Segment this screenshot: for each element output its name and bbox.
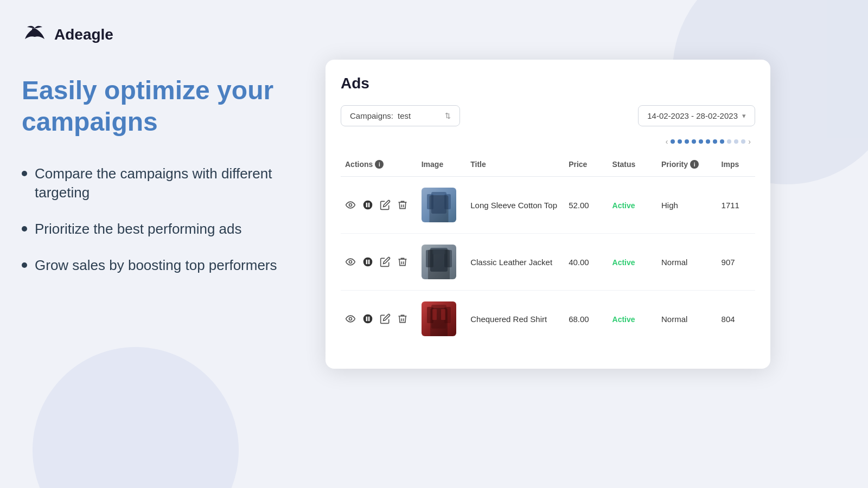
svg-rect-22 xyxy=(427,307,433,323)
col-header-actions: Actions i xyxy=(341,155,417,177)
delete-icon[interactable] xyxy=(397,200,408,210)
row-price-cell: 40.00 xyxy=(564,234,608,291)
edit-icon[interactable] xyxy=(380,256,391,267)
date-range-value: 14-02-2023 - 28-02-2023 xyxy=(647,111,738,120)
row-status-cell: Active xyxy=(608,291,657,348)
bullet-text-3: Grow sales by boosting top performers xyxy=(35,256,277,275)
svg-point-9 xyxy=(349,261,352,264)
svg-rect-3 xyxy=(366,203,368,207)
svg-rect-19 xyxy=(366,317,368,321)
row-imps-cell: 1711 xyxy=(717,177,755,234)
ads-card: Ads Campaigns: test ⇅ 14-02-2023 - 28-02… xyxy=(326,60,770,369)
row-price-cell: 52.00 xyxy=(564,177,608,234)
product-image xyxy=(422,188,456,222)
svg-rect-11 xyxy=(366,260,368,264)
table-row: Chequered Red Shirt 68.00 Active Normal … xyxy=(341,291,755,348)
svg-point-8 xyxy=(435,194,443,199)
ads-title: Ads xyxy=(341,75,755,92)
pagination-dot[interactable] xyxy=(692,139,696,144)
pagination-dot-inactive[interactable] xyxy=(734,139,738,144)
priority-info-icon[interactable]: i xyxy=(690,160,699,169)
pagination-bar: ‹ › xyxy=(341,137,755,146)
delete-icon[interactable] xyxy=(397,256,408,267)
row-image-cell xyxy=(417,291,466,348)
bullet-text-1: Compare the campaigns with different tar… xyxy=(35,164,304,202)
svg-rect-15 xyxy=(444,250,452,267)
pagination-dot[interactable] xyxy=(678,139,682,144)
pagination-dot[interactable] xyxy=(699,139,703,144)
pagination-dot[interactable] xyxy=(713,139,717,144)
view-icon[interactable] xyxy=(345,200,356,210)
ads-table: Actions i Image Title Price Status Prior… xyxy=(341,155,755,347)
bullet-dot xyxy=(22,171,27,176)
svg-rect-6 xyxy=(427,194,433,209)
pagination-dot[interactable] xyxy=(720,139,724,144)
row-title-cell: Long Sleeve Cotton Top xyxy=(466,177,564,234)
row-actions-cell xyxy=(341,291,417,348)
svg-rect-12 xyxy=(368,260,370,264)
col-header-status: Status xyxy=(608,155,657,177)
row-price-cell: 68.00 xyxy=(564,291,608,348)
bullet-dot xyxy=(22,262,27,268)
svg-rect-4 xyxy=(368,203,370,207)
campaign-dropdown[interactable]: Campaigns: test ⇅ xyxy=(341,105,460,126)
campaign-value: test xyxy=(398,111,411,120)
row-title-cell: Chequered Red Shirt xyxy=(466,291,564,348)
svg-point-17 xyxy=(349,318,352,320)
edit-icon[interactable] xyxy=(380,200,391,210)
svg-point-2 xyxy=(363,201,373,210)
pagination-next-icon[interactable]: › xyxy=(748,137,751,146)
pagination-dot[interactable] xyxy=(685,139,689,144)
svg-rect-7 xyxy=(444,194,451,209)
table-row: Long Sleeve Cotton Top 52.00 Active High… xyxy=(341,177,755,234)
pause-icon[interactable] xyxy=(362,256,373,267)
svg-rect-23 xyxy=(444,307,451,323)
svg-rect-25 xyxy=(441,309,445,320)
col-header-image: Image xyxy=(417,155,466,177)
pause-icon[interactable] xyxy=(362,313,373,324)
delete-icon[interactable] xyxy=(397,313,408,324)
chevron-down-icon: ▾ xyxy=(742,112,746,120)
logo-icon xyxy=(22,22,48,48)
svg-rect-24 xyxy=(432,309,437,320)
view-icon[interactable] xyxy=(345,313,356,324)
actions-info-icon[interactable]: i xyxy=(375,160,384,169)
logo-text: Adeagle xyxy=(54,26,113,43)
col-header-priority: Priority i xyxy=(657,155,717,177)
pause-icon[interactable] xyxy=(362,200,373,210)
col-header-title: Title xyxy=(466,155,564,177)
campaign-label: Campaigns: xyxy=(350,111,393,120)
product-image xyxy=(422,245,456,279)
date-range-dropdown[interactable]: 14-02-2023 - 28-02-2023 ▾ xyxy=(638,105,755,126)
row-priority-cell: High xyxy=(657,177,717,234)
edit-icon[interactable] xyxy=(380,313,391,324)
bullet-dot xyxy=(22,226,27,232)
pagination-dot[interactable] xyxy=(671,139,675,144)
main-headline: Easily optimize your campaigns xyxy=(22,75,304,137)
status-badge: Active xyxy=(612,201,635,210)
feature-list: Compare the campaigns with different tar… xyxy=(22,164,304,275)
bg-decoration-bottom xyxy=(33,347,239,488)
row-actions-cell xyxy=(341,177,417,234)
bullet-text-2: Prioritize the best performing ads xyxy=(35,220,242,239)
list-item: Prioritize the best performing ads xyxy=(22,220,304,239)
list-item: Compare the campaigns with different tar… xyxy=(22,164,304,202)
view-icon[interactable] xyxy=(345,256,356,267)
row-priority-cell: Normal xyxy=(657,234,717,291)
pagination-dot[interactable] xyxy=(706,139,710,144)
svg-rect-21 xyxy=(431,305,446,329)
col-header-price: Price xyxy=(564,155,608,177)
row-imps-cell: 907 xyxy=(717,234,755,291)
svg-point-10 xyxy=(363,258,373,267)
pagination-dot-inactive[interactable] xyxy=(727,139,731,144)
col-header-imps: Imps xyxy=(717,155,755,177)
status-badge: Active xyxy=(612,258,635,267)
row-actions-cell xyxy=(341,234,417,291)
pagination-prev-icon[interactable]: ‹ xyxy=(666,137,668,146)
svg-point-1 xyxy=(349,204,352,207)
row-priority-cell: Normal xyxy=(657,291,717,348)
pagination-dot-inactive[interactable] xyxy=(741,139,745,144)
list-item: Grow sales by boosting top performers xyxy=(22,256,304,275)
row-status-cell: Active xyxy=(608,234,657,291)
status-badge: Active xyxy=(612,315,635,324)
